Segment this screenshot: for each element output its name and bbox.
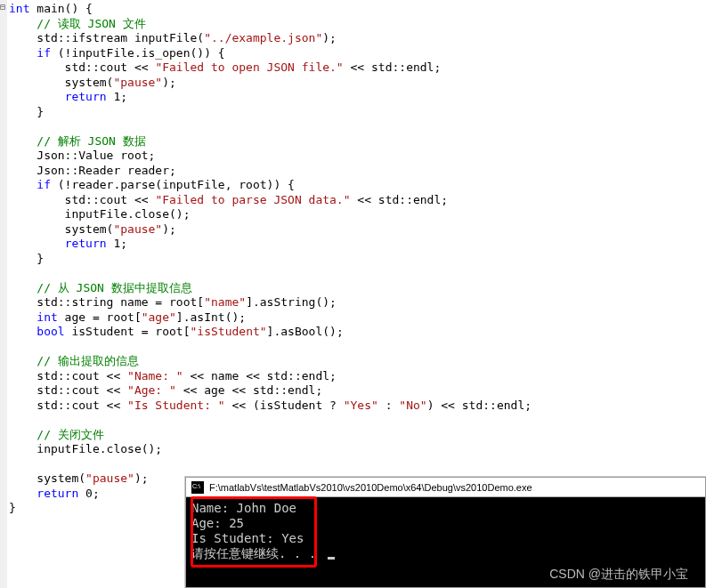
code-text <box>9 46 37 60</box>
code-text: << (isStudent ? <box>225 399 344 412</box>
code-text <box>9 487 37 500</box>
string: "name" <box>204 295 246 309</box>
code-text: std::cout << <box>9 193 155 206</box>
comment: // 输出提取的信息 <box>37 354 138 367</box>
code-text: ) << std::endl; <box>427 399 532 412</box>
string: "Failed to open JSON file." <box>155 60 343 74</box>
code-text: 1; <box>107 90 127 103</box>
keyword: return <box>65 237 107 250</box>
watermark: CSDN @进击的铁甲小宝 <box>549 567 688 583</box>
keyword: int <box>9 2 29 15</box>
code-text: } <box>9 105 44 118</box>
code-text: } <box>9 252 44 265</box>
console-line: Is Student: Yes <box>191 531 304 545</box>
comment: // 关闭文件 <box>37 428 103 441</box>
comment: // 从 JSON 数据中提取信息 <box>37 281 191 294</box>
code-text: << std::endl; <box>351 193 449 206</box>
code-text: ].asBool(); <box>267 325 344 338</box>
code-text: std::string name = root[ <box>9 295 204 309</box>
code-text: age = root[ <box>58 310 142 324</box>
string: "Age: " <box>127 383 176 397</box>
code-text: 0; <box>78 487 99 500</box>
string: "No" <box>399 399 426 412</box>
code-text <box>9 325 37 338</box>
string: "pause" <box>113 222 162 236</box>
code-text: } <box>9 501 16 514</box>
code-text: ].asString(); <box>246 295 337 309</box>
editor-gutter: ⊟ <box>0 0 7 588</box>
code-text: std::ifstream inputFile( <box>9 31 204 44</box>
code-text: system( <box>9 76 113 89</box>
string: "age" <box>142 310 176 324</box>
collapse-icon[interactable]: ⊟ <box>0 2 5 12</box>
string: "pause" <box>85 471 134 485</box>
code-text: (!reader.parse(inputFile, root)) { <box>51 178 295 191</box>
keyword: return <box>37 487 78 500</box>
string: "Name: " <box>127 369 183 383</box>
code-editor[interactable]: int main() { // 读取 JSON 文件 std::ifstream… <box>7 0 532 516</box>
code-text: isStudent = root[ <box>65 325 191 338</box>
code-text <box>9 90 65 103</box>
console-cursor <box>328 557 335 560</box>
keyword: return <box>65 90 107 103</box>
code-text: 1; <box>107 237 127 250</box>
code-text: std::cout << <box>9 369 127 383</box>
code-text: std::cout << <box>9 399 127 412</box>
comment: // 读取 JSON 文件 <box>37 17 145 30</box>
code-text: Json::Value root; <box>9 149 155 162</box>
code-text: ); <box>162 76 176 89</box>
console-titlebar[interactable]: F:\matlabVs\testMatlabVs2010\vs2010Demo\… <box>186 478 705 497</box>
code-text: ].asInt(); <box>176 310 246 324</box>
code-text: : <box>378 399 399 412</box>
code-text <box>9 237 65 250</box>
string: "../example.json" <box>204 31 322 44</box>
code-text: << age << std::endl; <box>176 383 322 397</box>
code-text: Json::Reader reader; <box>9 164 176 177</box>
string: "Is Student: " <box>127 399 225 412</box>
code-text <box>9 310 37 324</box>
code-text: main() { <box>29 2 92 15</box>
code-text: << name << std::endl; <box>183 369 337 383</box>
keyword: bool <box>37 325 64 338</box>
code-text: std::cout << <box>9 60 155 74</box>
code-text: (!inputFile.is_open()) { <box>51 46 225 60</box>
code-text: std::cout << <box>9 383 127 397</box>
code-text: ); <box>162 222 176 236</box>
code-text <box>9 178 37 191</box>
console-line: Age: 25 <box>191 516 244 530</box>
console-line: 请按任意键继续. . . <box>191 546 324 560</box>
string: "Yes" <box>344 399 378 412</box>
code-text: inputFile.close(); <box>9 442 162 455</box>
console-output: Name: John Doe Age: 25 Is Student: Yes 请… <box>186 497 705 565</box>
string: "isStudent" <box>191 325 267 338</box>
code-text: ); <box>322 31 337 44</box>
console-title-text: F:\matlabVs\testMatlabVs2010\vs2010Demo\… <box>209 482 532 493</box>
code-text: ); <box>134 471 149 485</box>
console-icon <box>191 481 204 494</box>
code-text: system( <box>9 471 85 485</box>
comment: // 解析 JSON 数据 <box>37 134 145 148</box>
keyword: if <box>37 178 51 191</box>
string: "pause" <box>113 76 162 89</box>
code-text: system( <box>9 222 113 236</box>
string: "Failed to parse JSON data." <box>155 193 350 206</box>
console-line: Name: John Doe <box>191 501 296 515</box>
keyword: if <box>37 46 51 60</box>
code-text: inputFile.close(); <box>9 207 191 221</box>
keyword: int <box>37 310 57 324</box>
code-text: << std::endl; <box>344 60 442 74</box>
